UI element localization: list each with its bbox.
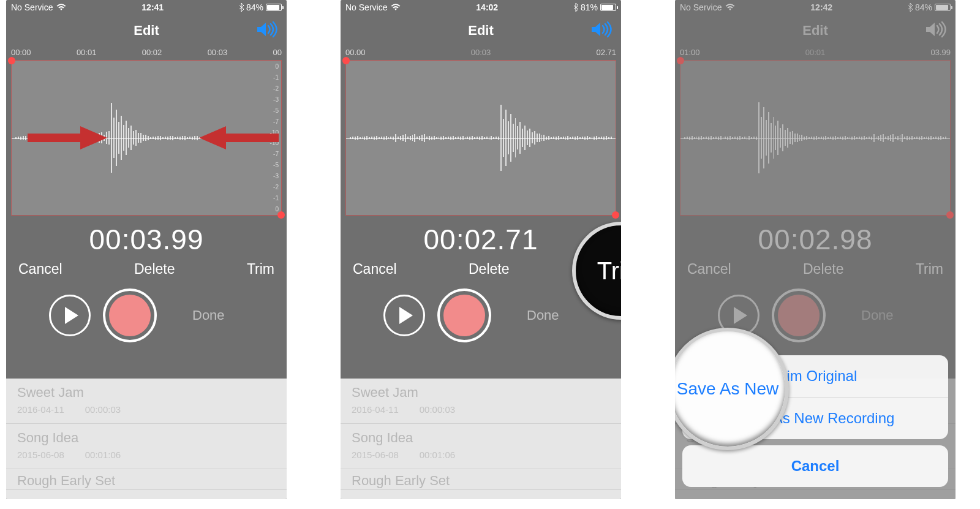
recording-title: Song Idea: [17, 430, 276, 446]
arrow-left-icon: [199, 123, 279, 153]
record-icon: [109, 295, 151, 336]
recording-date: 2015-06-08: [17, 450, 64, 460]
recording-title: Sweet Jam: [17, 385, 276, 401]
speaker-icon[interactable]: [590, 21, 612, 40]
waveform: [346, 61, 616, 215]
ruler-tick: 00:02: [142, 48, 162, 57]
ruler-tick: 00: [273, 48, 282, 57]
list-item[interactable]: Rough Early Set: [6, 469, 287, 490]
cancel-button[interactable]: Cancel: [353, 261, 397, 277]
record-button[interactable]: [437, 288, 491, 342]
page-title: Edit: [468, 23, 494, 39]
bluetooth-icon: [239, 3, 244, 12]
screenshot-1: No Service 12:41 84% Edit 00:00 00:: [6, 0, 287, 499]
cancel-button[interactable]: Cancel: [18, 261, 62, 277]
bluetooth-icon: [573, 3, 578, 12]
play-icon: [65, 307, 78, 324]
status-bar: No Service 12:41 84%: [6, 0, 287, 15]
play-icon: [399, 307, 413, 324]
delete-button[interactable]: Delete: [134, 261, 175, 277]
list-item[interactable]: Sweet Jam 2016-04-1100:00:03: [6, 379, 287, 424]
list-item[interactable]: Rough Early Set: [341, 469, 621, 490]
carrier-label: No Service: [11, 2, 53, 12]
ruler-start: 00.00: [345, 48, 366, 57]
record-button[interactable]: [103, 288, 157, 342]
carrier-label: No Service: [345, 2, 387, 12]
list-item[interactable]: Song Idea 2015-06-0800:01:06: [341, 424, 621, 469]
battery-pct: 84%: [246, 2, 263, 12]
recording-date: 2016-04-11: [17, 404, 64, 415]
screenshot-2: No Service 14:02 81% Edit 00.00 00:03 02…: [341, 0, 621, 499]
record-icon: [443, 295, 485, 336]
arrow-right-icon: [28, 123, 107, 153]
wifi-icon: [56, 4, 66, 11]
done-button[interactable]: Done: [527, 307, 559, 323]
speaker-icon[interactable]: [256, 21, 278, 40]
recording-title: Sweet Jam: [352, 385, 610, 401]
ruler-end: 02.71: [596, 48, 616, 57]
recording-duration: 00:00:03: [420, 404, 455, 415]
battery-icon: [266, 4, 282, 11]
time-display: 00:03.99: [6, 223, 287, 256]
play-button[interactable]: [383, 295, 425, 336]
recording-date: 2016-04-11: [352, 404, 399, 415]
battery-pct: 81%: [581, 2, 598, 12]
list-item[interactable]: Sweet Jam 2016-04-1100:00:03: [341, 379, 621, 424]
screenshot-3: No Service 12:42 84% Edit 01:00 00:01 03…: [675, 0, 956, 499]
recording-title: Song Idea: [352, 430, 610, 446]
clock: 14:02: [401, 2, 573, 12]
recording-duration: 00:00:03: [85, 404, 121, 415]
waveform-trim-area[interactable]: 0-1-2-3-5-7-10-10-7-5-3-2-10: [11, 60, 282, 216]
sheet-cancel[interactable]: Cancel: [682, 445, 948, 487]
delete-button[interactable]: Delete: [469, 261, 509, 277]
ruler-tick: 00:01: [77, 48, 97, 57]
recording-duration: 00:01:06: [85, 450, 121, 460]
done-button[interactable]: Done: [192, 307, 225, 323]
recordings-list: Sweet Jam 2016-04-1100:00:03 Song Idea 2…: [341, 379, 621, 499]
nav-bar: Edit: [341, 15, 621, 47]
nav-bar: Edit: [6, 15, 287, 47]
list-item[interactable]: Song Idea 2015-06-0800:01:06: [6, 424, 287, 469]
recording-date: 2015-06-08: [352, 450, 399, 460]
ruler-tick: 00:03: [208, 48, 228, 57]
recording-title: Rough Early Set: [352, 473, 610, 489]
play-button[interactable]: [49, 295, 91, 336]
recordings-list: Sweet Jam 2016-04-1100:00:03 Song Idea 2…: [6, 379, 287, 499]
waveform-trim-area[interactable]: [345, 60, 616, 216]
clock: 12:41: [66, 2, 239, 12]
recording-title: Rough Early Set: [17, 473, 276, 489]
ruler-mid: 00:03: [471, 48, 491, 57]
timeline-ruler: 00.00 00:03 02.71: [341, 47, 621, 58]
page-title: Edit: [134, 23, 159, 39]
recording-duration: 00:01:06: [420, 450, 455, 460]
status-bar: No Service 14:02 81%: [341, 0, 621, 15]
battery-icon: [600, 4, 616, 11]
trim-button[interactable]: Trim: [247, 261, 274, 277]
ruler-tick: 00:00: [11, 48, 31, 57]
wifi-icon: [391, 4, 401, 11]
timeline-ruler: 00:00 00:01 00:02 00:03 00: [6, 47, 287, 58]
